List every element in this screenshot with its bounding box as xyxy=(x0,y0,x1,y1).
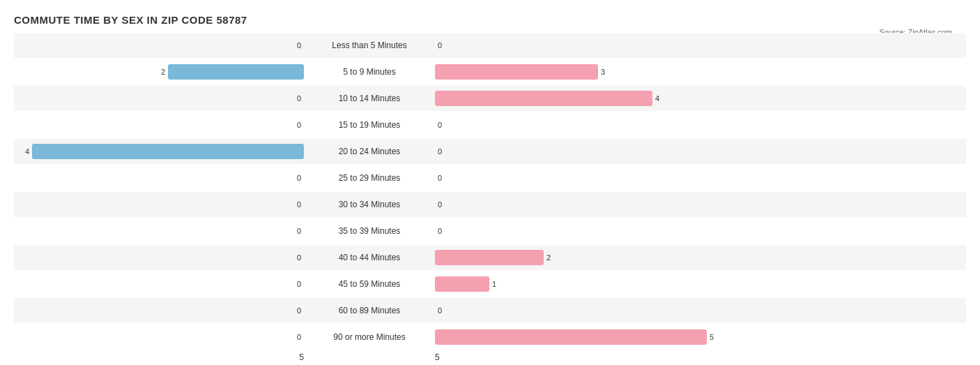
right-section: 2 xyxy=(432,250,966,265)
right-section: 4 xyxy=(432,91,966,106)
row-label: 45 to 59 Minutes xyxy=(307,279,432,289)
chart-row: 4 20 to 24 Minutes 0 xyxy=(14,139,966,164)
male-value: 0 xyxy=(291,121,304,129)
male-bar xyxy=(168,64,304,80)
row-label: 40 to 44 Minutes xyxy=(307,253,432,262)
female-value: 3 xyxy=(598,68,611,76)
row-label: 35 to 39 Minutes xyxy=(307,226,432,236)
row-label: 20 to 24 Minutes xyxy=(307,147,432,156)
male-value: 0 xyxy=(291,280,304,288)
female-bar xyxy=(435,250,544,265)
left-section: 0 xyxy=(14,329,307,345)
axis-row: 5 5 xyxy=(14,352,966,362)
chart-row: 0 15 to 19 Minutes 0 xyxy=(14,112,966,137)
female-value: 0 xyxy=(435,41,447,50)
left-section: 0 xyxy=(14,303,307,318)
row-label: 5 to 9 Minutes xyxy=(307,67,432,77)
male-value: 4 xyxy=(20,147,32,156)
row-label: 60 to 89 Minutes xyxy=(307,306,432,315)
left-section: 2 xyxy=(14,64,307,80)
female-value: 0 xyxy=(435,121,447,129)
male-value: 0 xyxy=(291,200,304,209)
male-value: 0 xyxy=(291,94,304,103)
right-section: 0 xyxy=(432,303,966,318)
left-section: 0 xyxy=(14,38,307,53)
chart-row: 0 30 to 34 Minutes 0 xyxy=(14,192,966,217)
left-section: 0 xyxy=(14,197,307,212)
chart-row: 0 Less than 5 Minutes 0 xyxy=(14,33,966,58)
row-label: 25 to 29 Minutes xyxy=(307,173,432,183)
left-section: 0 xyxy=(14,276,307,292)
chart-row: 0 60 to 89 Minutes 0 xyxy=(14,298,966,323)
chart-row: 0 90 or more Minutes 5 xyxy=(14,325,966,350)
right-section: 3 xyxy=(432,64,966,80)
axis-left-label: 5 xyxy=(14,352,307,362)
male-bar xyxy=(32,144,304,159)
left-section: 0 xyxy=(14,170,307,186)
chart-row: 2 5 to 9 Minutes 3 xyxy=(14,59,966,84)
chart-title: COMMUTE TIME BY SEX IN ZIP CODE 58787 xyxy=(14,14,966,26)
axis-right-label: 5 xyxy=(432,352,966,362)
left-section: 0 xyxy=(14,117,307,133)
male-value: 0 xyxy=(291,306,304,315)
row-label: Less than 5 Minutes xyxy=(307,40,432,50)
left-section: 4 xyxy=(14,144,307,159)
chart-row: 0 25 to 29 Minutes 0 xyxy=(14,165,966,191)
right-section: 0 xyxy=(432,117,966,133)
female-value: 0 xyxy=(435,200,447,209)
right-section: 0 xyxy=(432,144,966,159)
female-value: 0 xyxy=(435,227,447,235)
right-section: 0 xyxy=(432,170,966,186)
right-section: 0 xyxy=(432,223,966,239)
chart-row: 0 40 to 44 Minutes 2 xyxy=(14,245,966,270)
male-value: 0 xyxy=(291,333,304,341)
left-section: 0 xyxy=(14,91,307,106)
chart-container: 0 Less than 5 Minutes 0 2 5 to 9 Minutes… xyxy=(14,33,966,350)
female-value: 5 xyxy=(707,333,719,341)
male-value: 0 xyxy=(291,227,304,235)
right-section: 1 xyxy=(432,276,966,292)
left-section: 0 xyxy=(14,250,307,265)
right-section: 0 xyxy=(432,38,966,53)
female-value: 0 xyxy=(435,306,447,315)
row-label: 15 to 19 Minutes xyxy=(307,120,432,130)
male-value: 0 xyxy=(291,41,304,50)
female-bar xyxy=(435,64,598,80)
row-label: 10 to 14 Minutes xyxy=(307,94,432,103)
male-value: 0 xyxy=(291,174,304,182)
female-value: 0 xyxy=(435,147,447,156)
female-bar xyxy=(435,276,489,292)
female-value: 1 xyxy=(489,280,502,288)
chart-row: 0 10 to 14 Minutes 4 xyxy=(14,86,966,111)
right-section: 0 xyxy=(432,197,966,212)
female-value: 0 xyxy=(435,174,447,182)
male-value: 2 xyxy=(155,68,168,76)
row-label: 30 to 34 Minutes xyxy=(307,200,432,209)
female-bar xyxy=(435,329,707,345)
right-section: 5 xyxy=(432,329,966,345)
female-value: 2 xyxy=(544,253,556,262)
male-value: 0 xyxy=(291,253,304,262)
female-bar xyxy=(435,91,652,106)
chart-row: 0 45 to 59 Minutes 1 xyxy=(14,271,966,297)
chart-row: 0 35 to 39 Minutes 0 xyxy=(14,218,966,244)
row-label: 90 or more Minutes xyxy=(307,332,432,342)
female-value: 4 xyxy=(652,94,665,103)
left-section: 0 xyxy=(14,223,307,239)
